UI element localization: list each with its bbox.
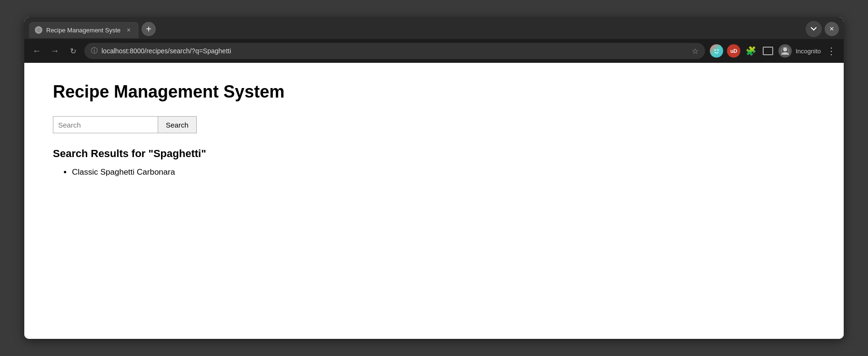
- svg-point-1: [713, 47, 720, 55]
- result-item-name: Classic Spaghetti Carbonara: [72, 168, 175, 177]
- results-list: Classic Spaghetti Carbonara: [53, 168, 815, 177]
- page-content: Recipe Management System Search Search R…: [24, 63, 844, 339]
- search-button[interactable]: Search: [158, 116, 197, 133]
- tab-bar-controls: ×: [806, 21, 839, 37]
- incognito-label: Incognito: [796, 48, 821, 55]
- toolbar-icons: uD 🧩 Incognito ⋮: [710, 44, 838, 58]
- menu-button[interactable]: ⋮: [825, 45, 838, 57]
- incognito-avatar[interactable]: [778, 44, 792, 58]
- svg-point-3: [717, 49, 719, 51]
- extension-face-icon[interactable]: [710, 44, 723, 58]
- forward-button[interactable]: →: [48, 44, 61, 58]
- svg-point-2: [715, 49, 716, 51]
- tab-close-button[interactable]: ×: [124, 26, 133, 34]
- tab-favicon: [35, 26, 42, 34]
- url-display: localhost:8000/recipes/search/?q=Spaghet…: [101, 47, 688, 55]
- rect-icon: [763, 47, 773, 55]
- list-item: Classic Spaghetti Carbonara: [72, 168, 815, 177]
- window-icon[interactable]: [761, 44, 775, 58]
- refresh-button[interactable]: ↻: [66, 44, 80, 58]
- bookmark-icon[interactable]: ☆: [692, 47, 698, 56]
- window-close-button[interactable]: ×: [825, 22, 839, 36]
- tab-bar: Recipe Management Syste × + ×: [24, 17, 844, 39]
- back-button[interactable]: ←: [30, 44, 43, 58]
- search-input[interactable]: [53, 116, 158, 133]
- tab-dropdown-button[interactable]: [806, 21, 822, 37]
- tab-title: Recipe Management Syste: [46, 27, 121, 34]
- info-icon: ⓘ: [91, 47, 98, 55]
- address-bar: ← → ↻ ⓘ localhost:8000/recipes/search/?q…: [24, 39, 844, 63]
- extension-ud-icon[interactable]: uD: [727, 44, 740, 58]
- results-heading: Search Results for "Spaghetti": [53, 148, 815, 160]
- active-tab[interactable]: Recipe Management Syste ×: [29, 22, 139, 38]
- address-input-wrap[interactable]: ⓘ localhost:8000/recipes/search/?q=Spagh…: [84, 43, 705, 59]
- page-title: Recipe Management System: [53, 82, 815, 102]
- svg-point-4: [783, 48, 787, 51]
- search-form: Search: [53, 116, 815, 133]
- new-tab-button[interactable]: +: [141, 22, 156, 36]
- browser-window: Recipe Management Syste × + × ← → ↻ ⓘ lo…: [24, 17, 844, 339]
- extension-puzzle-icon[interactable]: 🧩: [744, 44, 757, 58]
